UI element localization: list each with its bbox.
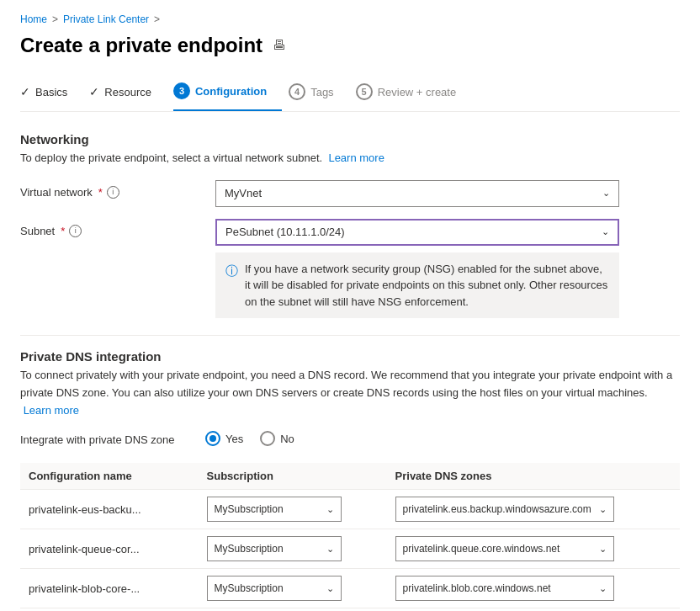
- nsg-info-box: ⓘ If you have a network security group (…: [215, 252, 619, 319]
- dns-zone-chevron: ⌄: [599, 544, 607, 555]
- virtual-network-value: MyVnet: [225, 187, 262, 199]
- dns-zone-value: privatelink.queue.core.windows.net: [403, 543, 560, 555]
- integrate-dns-row: Integrate with private DNS zone Yes No: [20, 431, 680, 446]
- step-configuration[interactable]: 3 Configuration: [173, 74, 282, 111]
- private-dns-desc: To connect privately with your private e…: [20, 367, 680, 419]
- subnet-info-icon[interactable]: i: [69, 225, 82, 237]
- private-dns-section: Private DNS integration To connect priva…: [20, 349, 680, 608]
- yes-label: Yes: [225, 433, 243, 445]
- subnet-required: *: [61, 225, 65, 237]
- virtual-network-select[interactable]: MyVnet ⌄: [215, 180, 619, 207]
- step-resource-label: Resource: [104, 86, 151, 98]
- dns-config-name: privatelink-queue-cor...: [20, 529, 199, 569]
- breadcrumb: Home > Private Link Center >: [20, 13, 680, 25]
- radio-no-outer: [260, 431, 275, 446]
- virtual-network-row: Virtual network * i MyVnet ⌄: [20, 180, 680, 207]
- dns-zone-value: privatelink.eus.backup.windowsazure.com: [403, 503, 591, 515]
- virtual-network-chevron: ⌄: [602, 188, 610, 199]
- private-dns-learn-more[interactable]: Learn more: [24, 404, 79, 417]
- step-tags-label: Tags: [310, 86, 333, 98]
- section-divider: [20, 335, 680, 336]
- col-header-dns-zones: Private DNS zones: [387, 463, 680, 490]
- page-title: Create a private endpoint: [20, 34, 262, 57]
- dns-table-header-row: Configuration name Subscription Private …: [20, 463, 680, 490]
- dns-sub-chevron: ⌄: [326, 504, 334, 515]
- virtual-network-control: MyVnet ⌄: [215, 180, 680, 207]
- dns-zone-cell: privatelink.eus.backup.windowsazure.com⌄: [387, 490, 680, 529]
- no-label: No: [280, 433, 294, 445]
- dns-zone-select[interactable]: privatelink.blob.core.windows.net⌄: [395, 576, 614, 601]
- subnet-chevron: ⌄: [602, 226, 609, 237]
- breadcrumb-sep1: >: [52, 13, 58, 25]
- subnet-select[interactable]: PeSubnet (10.11.1.0/24) ⌄: [215, 219, 619, 246]
- subnet-row: Subnet * i PeSubnet (10.11.1.0/24) ⌄ ⓘ I…: [20, 219, 680, 319]
- private-dns-title: Private DNS integration: [20, 349, 680, 364]
- dns-zone-cell: privatelink.queue.core.windows.net⌄: [387, 529, 680, 569]
- dns-subscription-select[interactable]: MySubscription⌄: [207, 497, 342, 522]
- dns-table-row: privatelink-eus-backu...MySubscription⌄p…: [20, 490, 680, 529]
- nsg-info-icon: ⓘ: [225, 262, 238, 311]
- dns-table-row: privatelink-blob-core-...MySubscription⌄…: [20, 569, 680, 608]
- col-header-config-name: Configuration name: [20, 463, 199, 490]
- networking-learn-more[interactable]: Learn more: [328, 151, 384, 164]
- step-basics-label: Basics: [35, 86, 67, 98]
- dns-subscription-cell: MySubscription⌄: [199, 490, 387, 529]
- integrate-dns-options: Yes No: [205, 431, 294, 446]
- integrate-dns-no[interactable]: No: [260, 431, 294, 446]
- subnet-value: PeSubnet (10.11.1.0/24): [225, 226, 345, 238]
- dns-table-row: privatelink-queue-cor...MySubscription⌄p…: [20, 529, 680, 569]
- integrate-dns-label: Integrate with private DNS zone: [20, 432, 205, 446]
- dns-subscription-select[interactable]: MySubscription⌄: [207, 536, 342, 561]
- dns-config-name: privatelink-eus-backu...: [20, 490, 199, 529]
- step-num-configuration: 3: [173, 82, 190, 99]
- virtual-network-info-icon[interactable]: i: [107, 186, 119, 199]
- dns-sub-chevron: ⌄: [326, 544, 334, 555]
- dns-config-name: privatelink-blob-core-...: [20, 569, 199, 608]
- dns-subscription-value: MySubscription: [215, 503, 284, 515]
- networking-title: Networking: [20, 132, 680, 146]
- dns-subscription-value: MySubscription: [215, 582, 284, 594]
- step-tags[interactable]: 4 Tags: [289, 75, 348, 110]
- step-num-review: 5: [356, 83, 373, 100]
- networking-desc: To deploy the private endpoint, select a…: [20, 150, 680, 167]
- dns-subscription-cell: MySubscription⌄: [199, 569, 387, 608]
- print-icon[interactable]: 🖶: [273, 38, 286, 53]
- dns-zone-cell: privatelink.blob.core.windows.net⌄: [387, 569, 680, 608]
- radio-yes-outer: [205, 431, 220, 446]
- dns-zone-select[interactable]: privatelink.queue.core.windows.net⌄: [395, 536, 614, 561]
- step-num-tags: 4: [289, 83, 305, 100]
- integrate-dns-yes[interactable]: Yes: [205, 431, 243, 446]
- dns-zone-select[interactable]: privatelink.eus.backup.windowsazure.com⌄: [395, 497, 614, 522]
- page-title-row: Create a private endpoint 🖶: [20, 34, 680, 57]
- nsg-info-text: If you have a network security group (NS…: [245, 261, 609, 311]
- virtual-network-label: Virtual network * i: [20, 180, 205, 199]
- dns-subscription-select[interactable]: MySubscription⌄: [207, 576, 342, 601]
- virtual-network-required: *: [98, 186, 103, 199]
- step-review-label: Review + create: [378, 86, 457, 98]
- networking-section: Networking To deploy the private endpoin…: [20, 132, 680, 318]
- wizard-steps: ✓ Basics ✓ Resource 3 Configuration 4 Ta…: [20, 74, 680, 112]
- check-icon-resource: ✓: [89, 85, 99, 98]
- dns-zone-value: privatelink.blob.core.windows.net: [403, 582, 551, 594]
- dns-zone-chevron: ⌄: [599, 504, 607, 515]
- breadcrumb-sep2: >: [154, 13, 160, 25]
- step-review[interactable]: 5 Review + create: [356, 75, 472, 110]
- col-header-subscription: Subscription: [199, 463, 387, 490]
- dns-sub-chevron: ⌄: [326, 583, 334, 594]
- check-icon-basics: ✓: [20, 85, 30, 98]
- dns-zone-chevron: ⌄: [599, 583, 607, 594]
- subnet-label: Subnet * i: [20, 219, 205, 237]
- dns-table: Configuration name Subscription Private …: [20, 463, 680, 608]
- dns-subscription-cell: MySubscription⌄: [199, 529, 387, 569]
- subnet-control: PeSubnet (10.11.1.0/24) ⌄ ⓘ If you have …: [215, 219, 680, 319]
- dns-subscription-value: MySubscription: [215, 543, 284, 555]
- breadcrumb-home[interactable]: Home: [20, 13, 47, 25]
- step-configuration-label: Configuration: [195, 85, 267, 98]
- breadcrumb-private-link[interactable]: Private Link Center: [63, 13, 149, 25]
- step-resource[interactable]: ✓ Resource: [89, 77, 167, 109]
- step-basics[interactable]: ✓ Basics: [20, 77, 82, 109]
- radio-yes-inner: [209, 435, 216, 442]
